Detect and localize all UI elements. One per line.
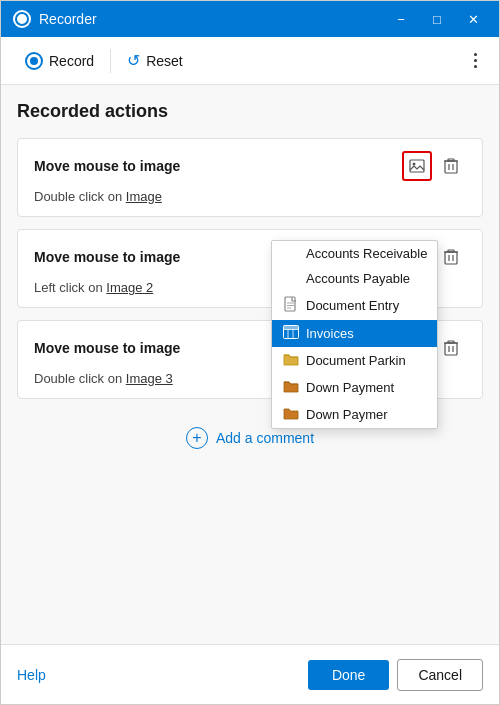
trash-icon-3: [444, 340, 458, 356]
reset-label: Reset: [146, 53, 183, 69]
dropdown-popup: Accounts Receivable Accounts Payable Doc…: [271, 240, 438, 429]
card-1-header: Move mouse to image: [34, 151, 466, 181]
folder-svg-2: [283, 379, 299, 393]
dropdown-item-document-parking[interactable]: Document Parkin: [272, 347, 437, 374]
close-button[interactable]: ✕: [459, 5, 487, 33]
dropdown-item-invoices[interactable]: Invoices: [272, 320, 437, 347]
trash-icon-1: [444, 158, 458, 174]
trash-icon-2: [444, 249, 458, 265]
more-options-button[interactable]: [468, 47, 483, 74]
record-label: Record: [49, 53, 94, 69]
dropdown-item-accounts-receivable[interactable]: Accounts Receivable: [272, 241, 437, 266]
app-icon: [13, 10, 31, 28]
svg-rect-21: [285, 297, 295, 311]
window-title: Recorder: [39, 11, 387, 27]
main-content: Recorded actions Move mouse to image: [1, 85, 499, 644]
dropdown-icon-down-payment: [282, 379, 300, 396]
dropdown-item-down-payment-2[interactable]: Down Paymer: [272, 401, 437, 428]
card-1-detail: Double click on Image: [34, 189, 466, 204]
more-dot-1: [474, 53, 477, 56]
dropdown-label-invoices: Invoices: [306, 326, 354, 341]
card-3-delete-button[interactable]: [436, 333, 466, 363]
record-dot-inner: [30, 57, 38, 65]
folder-svg-1: [283, 352, 299, 366]
doc-svg: [284, 296, 298, 312]
dropdown-item-document-entry[interactable]: Document Entry: [272, 291, 437, 320]
folder-svg-3: [283, 406, 299, 420]
title-bar: Recorder − □ ✕: [1, 1, 499, 37]
dropdown-label-accounts-payable: Accounts Payable: [306, 271, 410, 286]
card-1-title: Move mouse to image: [34, 158, 180, 174]
dropdown-label-accounts-receivable: Accounts Receivable: [306, 246, 427, 261]
card-1-link[interactable]: Image: [126, 189, 162, 204]
card-2-link[interactable]: Image 2: [106, 280, 153, 295]
card-2-delete-button[interactable]: [436, 242, 466, 272]
svg-rect-6: [448, 159, 454, 161]
dropdown-item-down-payment[interactable]: Down Payment: [272, 374, 437, 401]
minimize-button[interactable]: −: [387, 5, 415, 33]
toolbar: Record ↺ Reset: [1, 37, 499, 85]
record-button[interactable]: Record: [17, 48, 102, 74]
dropdown-label-down-payment: Down Payment: [306, 380, 394, 395]
svg-rect-2: [445, 161, 457, 173]
dropdown-icon-document-entry: [282, 296, 300, 315]
image-icon-1: [409, 159, 425, 173]
svg-rect-13: [448, 250, 454, 252]
card-1-image-button[interactable]: [402, 151, 432, 181]
section-title: Recorded actions: [17, 101, 483, 122]
reset-button[interactable]: ↺ Reset: [119, 47, 191, 74]
add-comment-label: Add a comment: [216, 430, 314, 446]
svg-rect-16: [445, 343, 457, 355]
action-card-1: Move mouse to image: [17, 138, 483, 217]
footer: Help Done Cancel: [1, 644, 499, 704]
dropdown-icon-invoices: [282, 325, 300, 342]
recorder-window: Recorder − □ ✕ Record ↺ Reset Recorded a…: [0, 0, 500, 705]
svg-rect-20: [448, 341, 454, 343]
svg-rect-26: [284, 326, 299, 330]
card-3-link[interactable]: Image 3: [126, 371, 173, 386]
plus-circle-icon: +: [186, 427, 208, 449]
done-button[interactable]: Done: [308, 660, 389, 690]
table-svg: [283, 325, 299, 339]
window-controls: − □ ✕: [387, 5, 487, 33]
more-dot-2: [474, 59, 477, 62]
svg-rect-0: [410, 160, 424, 172]
record-icon: [25, 52, 43, 70]
dropdown-icon-document-parking: [282, 352, 300, 369]
reset-icon: ↺: [127, 51, 140, 70]
toolbar-separator: [110, 49, 111, 73]
help-link[interactable]: Help: [17, 667, 46, 683]
card-1-delete-button[interactable]: [436, 151, 466, 181]
maximize-button[interactable]: □: [423, 5, 451, 33]
dropdown-label-down-payment-2: Down Paymer: [306, 407, 388, 422]
dropdown-label-document-entry: Document Entry: [306, 298, 399, 313]
more-dot-3: [474, 65, 477, 68]
svg-point-1: [413, 163, 416, 166]
svg-rect-9: [445, 252, 457, 264]
dropdown-label-document-parking: Document Parkin: [306, 353, 406, 368]
cancel-button[interactable]: Cancel: [397, 659, 483, 691]
card-1-actions: [402, 151, 466, 181]
card-2-title: Move mouse to image: [34, 249, 180, 265]
dropdown-icon-down-payment-2: [282, 406, 300, 423]
card-3-title: Move mouse to image: [34, 340, 180, 356]
dropdown-item-accounts-payable[interactable]: Accounts Payable: [272, 266, 437, 291]
